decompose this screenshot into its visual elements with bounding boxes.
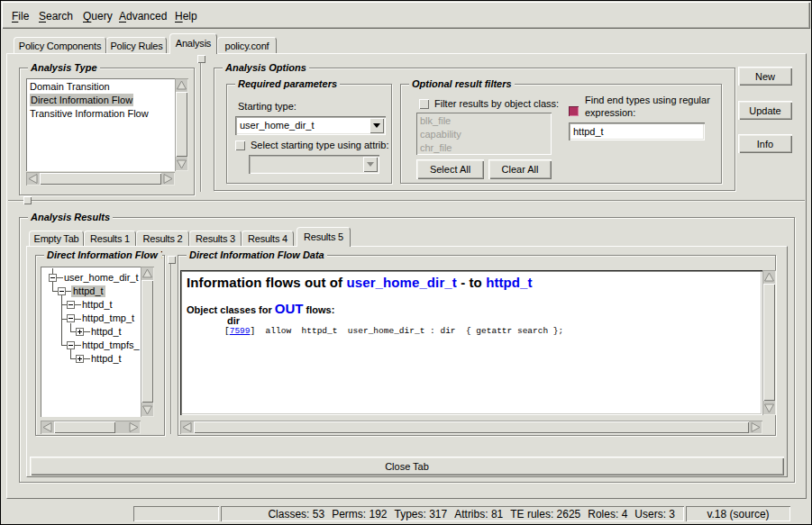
scroll-right-icon[interactable] (749, 421, 762, 434)
chevron-down-icon (373, 123, 380, 128)
object-classes-heading: Object classes for OUT flows: (187, 301, 334, 316)
tree-expander-minus-icon[interactable] (67, 301, 75, 309)
close-tab-button[interactable]: Close Tab (30, 457, 784, 475)
scroll-thumb[interactable] (40, 173, 161, 185)
scroll-thumb[interactable] (141, 280, 153, 403)
filter-object-class-label: Filter results by object class: (434, 98, 559, 110)
results-sash-vertical[interactable] (170, 256, 172, 434)
tab-analysis[interactable]: Analysis (169, 33, 217, 54)
tree-vscrollbar[interactable] (141, 267, 154, 417)
tree-node-user-home-dir-t[interactable]: user_home_dir_t (62, 272, 141, 284)
list-item-direct-information-flow[interactable]: Direct Information Flow (30, 94, 133, 106)
analysis-type-vscrollbar[interactable] (175, 78, 188, 171)
starting-type-dropdown-button[interactable] (370, 118, 384, 133)
scroll-left-icon[interactable] (180, 421, 194, 434)
pane-sash-horizontal-handle[interactable] (23, 196, 32, 204)
list-item-transitive-information-flow[interactable]: Transitive Information Flow (26, 107, 175, 121)
status-te-rules: TE rules: 2625 (510, 508, 580, 520)
flow-direction-label: OUT (275, 301, 304, 316)
pane-sash-handle[interactable] (197, 55, 205, 63)
tree-node-httpd-t[interactable]: httpd_t (89, 326, 123, 338)
tree-connector-line (61, 295, 62, 346)
scroll-left-icon[interactable] (26, 172, 40, 186)
tree-node-httpd-t-selected[interactable]: httpd_t (71, 285, 105, 297)
tab-results-5[interactable]: Results 5 (297, 227, 351, 247)
status-stats: Classes: 53 Perms: 192 Types: 317 Attrib… (221, 506, 684, 521)
scroll-thumb[interactable] (176, 92, 187, 157)
tab-policy-conf[interactable]: policy.conf (217, 37, 277, 54)
menu-advanced-mnemonic: A (119, 10, 126, 23)
object-class-listbox-disabled: blk_file capability chr_file (416, 113, 552, 155)
tree-expander-minus-icon[interactable] (67, 314, 75, 322)
flow-source-type: user_home_dir_t (346, 275, 456, 290)
tree-node-httpd-tmp-t[interactable]: httpd_tmp_t (80, 312, 136, 324)
tab-policy-components[interactable]: Policy Components (14, 37, 106, 54)
data-hscrollbar[interactable] (180, 421, 762, 434)
tree-expander-plus-icon[interactable] (76, 328, 84, 336)
tree-node-httpd-t[interactable]: httpd_t (89, 353, 123, 365)
tree-node-httpd-tmpfs-t[interactable]: httpd_tmpfs_ (80, 339, 141, 351)
tree-hscrollbar[interactable] (41, 421, 141, 434)
tree-expander-minus-icon[interactable] (67, 341, 75, 349)
analysis-type-listbox[interactable]: Domain Transition Direct Information Flo… (26, 78, 175, 171)
scroll-right-icon[interactable] (161, 172, 175, 186)
tree-expander-minus-icon[interactable] (58, 287, 66, 295)
tree-expander-plus-icon[interactable] (76, 355, 84, 363)
results-sash-handle[interactable] (168, 256, 176, 264)
flow-tree[interactable]: user_home_dir_t httpd_t httpd_t httpd_tm… (41, 267, 141, 417)
scroll-thumb[interactable] (54, 421, 115, 433)
menu-search[interactable]: Search (39, 10, 73, 23)
pane-sash-horizontal[interactable] (8, 200, 805, 202)
scroll-down-icon[interactable] (141, 403, 154, 417)
status-classes: Classes: 53 (268, 508, 324, 520)
filter-object-class-checkbox[interactable] (419, 99, 429, 109)
regex-checkbox[interactable] (569, 106, 579, 116)
scroll-up-icon[interactable] (141, 267, 154, 280)
analysis-type-hscrollbar[interactable] (26, 172, 175, 186)
regex-checkbox-label-line1: Find end types using regular (585, 95, 710, 106)
list-item-blk-file: blk_file (416, 114, 552, 128)
regex-entry[interactable]: httpd_t (569, 122, 705, 140)
list-item-domain-transition[interactable]: Domain Transition (26, 80, 175, 94)
tree-expander-minus-icon[interactable] (49, 274, 57, 282)
scroll-up-icon[interactable] (175, 78, 188, 92)
scroll-left-icon[interactable] (41, 421, 54, 434)
update-button[interactable]: Update (738, 101, 792, 120)
menu-bar: File Search Query Advanced Help (2, 2, 810, 29)
rule-number-link[interactable]: 7599 (230, 326, 251, 336)
scroll-down-icon[interactable] (762, 402, 776, 415)
tab-policy-rules[interactable]: Policy Rules (106, 37, 167, 54)
tab-results-2[interactable]: Results 2 (136, 231, 189, 247)
menu-advanced[interactable]: Advanced (119, 10, 167, 23)
new-button[interactable]: New (738, 67, 792, 86)
scroll-up-icon[interactable] (762, 270, 776, 284)
scroll-thumb[interactable] (194, 421, 749, 433)
apol-window: File Search Query Advanced Help Policy C… (0, 0, 812, 525)
info-button[interactable]: Info (738, 134, 792, 153)
regex-checkbox-label-line2: expression: (585, 107, 635, 119)
tab-empty-tab[interactable]: Empty Tab (29, 231, 84, 247)
scroll-down-icon[interactable] (175, 158, 188, 171)
clear-all-button[interactable]: Clear All (488, 159, 552, 179)
tree-node-httpd-t[interactable]: httpd_t (80, 299, 114, 311)
menu-query[interactable]: Query (83, 10, 113, 23)
tab-results-1[interactable]: Results 1 (84, 231, 136, 247)
list-item-row: Direct Information Flow (26, 94, 175, 107)
data-group-title: Direct Information Flow Data (187, 249, 327, 261)
data-vscrollbar[interactable] (762, 270, 776, 415)
pane-sash-vertical[interactable] (200, 55, 202, 192)
scroll-thumb[interactable] (763, 284, 775, 401)
analysis-results-title: Analysis Results (28, 212, 113, 223)
menu-query-mnemonic: Q (83, 10, 91, 23)
status-types: Types: 317 (394, 508, 447, 520)
flow-data-textarea[interactable]: Information flows out of user_home_dir_t… (180, 270, 762, 415)
tab-results-4[interactable]: Results 4 (242, 231, 294, 247)
scroll-right-icon[interactable] (127, 421, 141, 434)
menu-help[interactable]: Help (175, 10, 197, 23)
attrib-checkbox[interactable] (235, 140, 245, 150)
tab-results-3[interactable]: Results 3 (189, 231, 242, 247)
list-item-capability: capability (416, 128, 552, 141)
starting-type-combobox[interactable]: user_home_dir_t (235, 116, 386, 135)
menu-file[interactable]: File (12, 10, 29, 23)
select-all-button[interactable]: Select All (416, 159, 484, 179)
